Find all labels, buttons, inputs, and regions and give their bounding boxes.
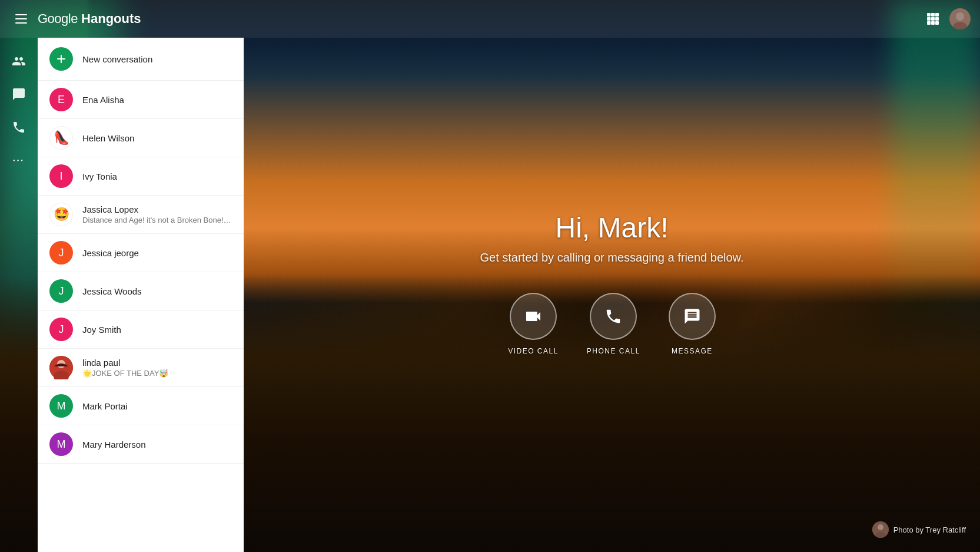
calls-nav-button[interactable] bbox=[5, 113, 33, 141]
welcome-text: Hi, Mark! Get started by calling or mess… bbox=[480, 211, 743, 265]
contact-avatar-joy-smith: J bbox=[49, 318, 73, 341]
contact-item-jessica-woods[interactable]: J Jessica Woods bbox=[38, 272, 244, 310]
contact-item-helen-wilson[interactable]: 👠 Helen Wilson bbox=[38, 119, 244, 157]
contact-name-jessica-woods: Jessica Woods bbox=[82, 286, 232, 296]
svg-rect-3 bbox=[927, 17, 931, 21]
svg-rect-6 bbox=[927, 21, 931, 25]
message-circle bbox=[669, 293, 716, 340]
contact-name-ivy-tonia: Ivy Tonia bbox=[82, 171, 232, 181]
phone-call-circle bbox=[590, 293, 637, 340]
contact-panel: + New conversation E Ena Alisha 👠 Helen … bbox=[38, 38, 244, 552]
video-call-button[interactable]: VIDEO CALL bbox=[508, 293, 559, 355]
new-conversation-button[interactable]: + New conversation bbox=[38, 38, 244, 81]
new-conversation-icon: + bbox=[49, 47, 73, 71]
message-label: MESSAGE bbox=[672, 347, 713, 355]
phone-call-button[interactable]: PHONE CALL bbox=[587, 293, 640, 355]
contacts-nav-button[interactable] bbox=[5, 47, 33, 75]
svg-rect-0 bbox=[927, 13, 931, 16]
svg-rect-1 bbox=[931, 13, 935, 16]
contact-name-mark-portai: Mark Portai bbox=[82, 401, 232, 411]
more-nav-button[interactable]: ●●● bbox=[5, 146, 33, 174]
contact-avatar-jessica-jeorge: J bbox=[49, 241, 73, 265]
svg-point-16 bbox=[878, 524, 883, 530]
sidebar-icons: ●●● bbox=[0, 38, 38, 552]
photo-credit-avatar bbox=[872, 521, 889, 538]
google-apps-button[interactable] bbox=[921, 7, 945, 31]
contact-item-ivy-tonia[interactable]: I Ivy Tonia bbox=[38, 157, 244, 196]
message-button[interactable]: MESSAGE bbox=[669, 293, 716, 355]
contact-item-mary-harderson[interactable]: M Mary Harderson bbox=[38, 425, 244, 464]
top-bar: Google Hangouts bbox=[0, 0, 980, 38]
contact-name-linda-paul: linda paul bbox=[82, 358, 232, 368]
main-content: ●●● + New conversation E Ena Alisha 👠 bbox=[0, 38, 980, 552]
phone-call-label: PHONE CALL bbox=[587, 347, 640, 355]
contact-avatar-mary-harderson: M bbox=[49, 432, 73, 456]
contact-avatar-helen-wilson: 👠 bbox=[49, 126, 73, 150]
photo-credit: Photo by Trey Ratcliff bbox=[872, 521, 966, 538]
svg-rect-5 bbox=[935, 17, 939, 21]
contact-preview-linda-paul: 🌟JOKE OF THE DAY🤯 bbox=[82, 369, 232, 378]
contact-item-linda-paul[interactable]: linda paul 🌟JOKE OF THE DAY🤯 bbox=[38, 349, 244, 387]
contact-name-helen-wilson: Helen Wilson bbox=[82, 133, 232, 143]
svg-point-10 bbox=[956, 12, 964, 21]
svg-rect-7 bbox=[931, 21, 935, 25]
contact-item-jassica-lopex[interactable]: 🤩 Jassica Lopex Distance and Age! it's n… bbox=[38, 196, 244, 234]
svg-rect-8 bbox=[935, 21, 939, 25]
contact-avatar-ena-alisha: E bbox=[49, 88, 73, 111]
hamburger-menu-button[interactable] bbox=[9, 7, 33, 31]
contact-avatar-ivy-tonia: I bbox=[49, 164, 73, 188]
contact-preview-jassica-lopex: Distance and Age! it's not a Broken Bone… bbox=[82, 216, 232, 224]
new-conversation-label: New conversation bbox=[82, 54, 152, 64]
contact-avatar-jessica-woods: J bbox=[49, 279, 73, 303]
contact-avatar-jassica-lopex: 🤩 bbox=[49, 203, 73, 226]
user-avatar-top[interactable] bbox=[949, 8, 971, 29]
contact-name-mary-harderson: Mary Harderson bbox=[82, 439, 232, 449]
video-call-label: VIDEO CALL bbox=[508, 347, 559, 355]
messages-nav-button[interactable] bbox=[5, 80, 33, 108]
contact-avatar-mark-portai: M bbox=[49, 394, 73, 418]
contact-name-jassica-lopex: Jassica Lopex bbox=[82, 204, 232, 214]
contact-item-jessica-jeorge[interactable]: J Jessica jeorge bbox=[38, 234, 244, 272]
welcome-greeting: Hi, Mark! bbox=[480, 211, 743, 244]
action-buttons: VIDEO CALL PHONE CALL bbox=[508, 293, 716, 355]
photo-credit-text: Photo by Trey Ratcliff bbox=[893, 525, 966, 534]
contact-item-joy-smith[interactable]: J Joy Smith bbox=[38, 310, 244, 349]
contact-avatar-linda-paul bbox=[49, 356, 73, 379]
svg-rect-2 bbox=[935, 13, 939, 16]
app-logo: Google Hangouts bbox=[38, 11, 141, 27]
contact-name-joy-smith: Joy Smith bbox=[82, 325, 232, 335]
contact-item-ena-alisha[interactable]: E Ena Alisha bbox=[38, 81, 244, 119]
logo-google-text: Google bbox=[38, 11, 78, 27]
contact-name-ena-alisha: Ena Alisha bbox=[82, 95, 232, 105]
contact-name-jessica-jeorge: Jessica jeorge bbox=[82, 248, 232, 258]
logo-hangouts-text: Hangouts bbox=[81, 11, 141, 27]
contact-item-mark-portai[interactable]: M Mark Portai bbox=[38, 387, 244, 425]
video-call-circle bbox=[510, 293, 557, 340]
svg-rect-4 bbox=[931, 17, 935, 21]
welcome-subtitle: Get started by calling or messaging a fr… bbox=[480, 251, 743, 265]
main-welcome-area: Hi, Mark! Get started by calling or mess… bbox=[244, 38, 980, 552]
